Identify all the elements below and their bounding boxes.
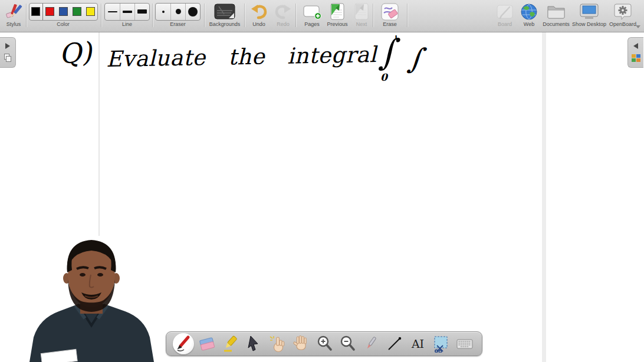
swatch-green bbox=[73, 7, 81, 16]
virtual-keyboard-tool[interactable] bbox=[454, 332, 476, 356]
eraser-size-medium[interactable] bbox=[170, 4, 185, 20]
handwriting-integral-upper-limit: ' bbox=[394, 32, 398, 50]
pages-panel-icon bbox=[4, 54, 11, 62]
openboard-gear-icon bbox=[613, 2, 632, 21]
swatch-black bbox=[31, 7, 40, 16]
keyboard-icon bbox=[456, 335, 474, 353]
stylus-toolbar: AI bbox=[166, 331, 482, 356]
line-width-thick[interactable] bbox=[134, 4, 149, 20]
show-desktop-icon bbox=[579, 2, 599, 21]
line-group: Line bbox=[104, 2, 150, 28]
pages-button[interactable]: Pages bbox=[298, 2, 326, 28]
highlighter-tool[interactable] bbox=[219, 332, 242, 356]
webcam-overlay bbox=[24, 236, 159, 362]
zoom-in-tool[interactable] bbox=[313, 332, 336, 356]
swatch-red bbox=[45, 7, 54, 16]
eraser-tool[interactable] bbox=[196, 332, 218, 356]
eraser-size-picker bbox=[155, 3, 201, 21]
presenter-video bbox=[24, 236, 159, 362]
eraser-icon bbox=[198, 335, 216, 353]
undo-icon bbox=[250, 2, 268, 21]
previous-page-button[interactable]: Previous bbox=[324, 2, 350, 28]
color-group: Color bbox=[28, 2, 98, 28]
pointing-hand-icon bbox=[268, 335, 286, 353]
zoom-in-icon bbox=[316, 335, 333, 353]
line-width-medium[interactable] bbox=[120, 4, 134, 20]
openboard-label: OpenBoard bbox=[609, 21, 636, 28]
previous-page-label: Previous bbox=[327, 21, 347, 28]
previous-page-icon bbox=[330, 2, 345, 21]
board-button: Board bbox=[493, 2, 517, 28]
next-page-label: Next bbox=[356, 21, 367, 28]
openboard-menu-button[interactable]: OpenBoard bbox=[607, 2, 638, 28]
documents-icon bbox=[546, 2, 566, 21]
right-panel-tab[interactable] bbox=[627, 37, 643, 68]
erase-label: Erase bbox=[383, 21, 397, 28]
laser-pointer-tool[interactable] bbox=[360, 332, 382, 356]
color-swatch-black[interactable] bbox=[29, 4, 43, 20]
eraser-group: Eraser bbox=[155, 2, 201, 28]
documents-button[interactable]: Documents bbox=[540, 2, 572, 28]
color-swatch-yellow[interactable] bbox=[84, 4, 97, 20]
color-swatch-green[interactable] bbox=[70, 4, 84, 20]
capture-tool[interactable] bbox=[430, 332, 452, 356]
laser-pointer-icon bbox=[362, 335, 380, 353]
color-swatch-red[interactable] bbox=[43, 4, 57, 20]
web-button[interactable]: Web bbox=[517, 2, 541, 28]
documents-label: Documents bbox=[543, 21, 570, 28]
eraser-label: Eraser bbox=[170, 21, 186, 28]
pages-icon bbox=[303, 2, 321, 21]
show-desktop-button[interactable]: Show Desktop bbox=[570, 2, 609, 28]
eraser-size-small[interactable] bbox=[156, 4, 170, 20]
handwriting-phrase: Evaluate the integral bbox=[106, 42, 377, 72]
open-hand-icon bbox=[292, 335, 310, 353]
eraser-size-large[interactable] bbox=[185, 4, 200, 20]
pen-tool[interactable] bbox=[172, 332, 195, 356]
zoom-out-tool[interactable] bbox=[336, 332, 359, 356]
handwriting-question-label: Q) bbox=[58, 36, 93, 71]
next-page-icon bbox=[354, 2, 369, 21]
undo-button[interactable]: Undo bbox=[248, 2, 270, 28]
pages-label: Pages bbox=[304, 21, 320, 28]
handwriting-integral-2: ∫ bbox=[407, 42, 423, 75]
stylus-icon bbox=[5, 2, 22, 21]
line-icon bbox=[386, 335, 403, 353]
redo-button: Redo bbox=[272, 2, 294, 28]
triangle-left-icon bbox=[633, 43, 638, 49]
line-width-thin[interactable] bbox=[105, 4, 120, 20]
swatch-blue bbox=[59, 7, 68, 16]
stylus-label: Stylus bbox=[6, 21, 21, 28]
toolbar-overflow-icon[interactable] bbox=[636, 25, 640, 28]
color-swatch-blue[interactable] bbox=[57, 4, 70, 20]
drawing-canvas[interactable]: Q) Evaluate the integral ∫ ' 0 ∫ bbox=[0, 32, 644, 362]
stylus-button[interactable]: Stylus bbox=[1, 2, 26, 28]
board-icon bbox=[496, 2, 514, 21]
web-label: Web bbox=[524, 21, 534, 28]
undo-label: Undo bbox=[252, 21, 265, 28]
left-panel-tab[interactable] bbox=[0, 37, 16, 68]
triangle-right-icon bbox=[5, 43, 10, 49]
pan-hand-tool[interactable] bbox=[290, 332, 312, 356]
interact-tool[interactable] bbox=[266, 332, 288, 356]
line-tool[interactable] bbox=[383, 332, 406, 356]
selector-tool[interactable] bbox=[242, 332, 265, 356]
handwriting-integral-lower-limit: 0 bbox=[380, 71, 387, 83]
cursor-arrow-icon bbox=[245, 335, 262, 353]
line-width-picker bbox=[104, 3, 150, 21]
board-label: Board bbox=[498, 21, 512, 28]
page-edge-scrollbar[interactable] bbox=[542, 32, 546, 362]
erase-icon bbox=[381, 2, 399, 21]
highlighter-icon bbox=[222, 335, 239, 353]
next-page-button: Next bbox=[351, 2, 372, 28]
openboard-window: Stylus Color Line bbox=[0, 0, 644, 362]
zoom-out-icon bbox=[339, 335, 356, 353]
backgrounds-label: Backgrounds bbox=[209, 21, 241, 28]
line-label: Line bbox=[122, 21, 132, 28]
swatch-yellow bbox=[86, 7, 95, 16]
text-tool[interactable]: AI bbox=[407, 332, 429, 356]
redo-icon bbox=[274, 2, 292, 21]
redo-label: Redo bbox=[277, 21, 290, 28]
backgrounds-button[interactable]: Backgrounds bbox=[208, 2, 242, 28]
pen-icon bbox=[175, 335, 192, 353]
erase-button[interactable]: Erase bbox=[376, 2, 403, 28]
